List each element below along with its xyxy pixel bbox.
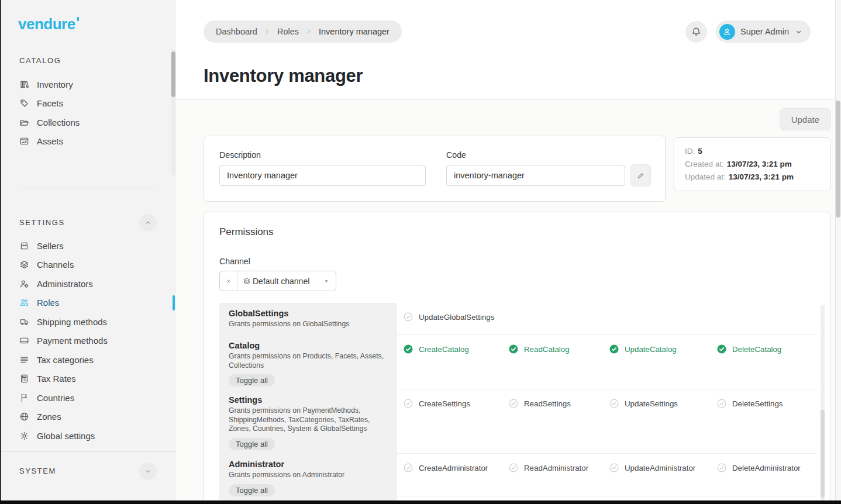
permission-label: ReadAdministrator: [524, 464, 588, 472]
facets-icon: [19, 98, 29, 108]
edit-code-button[interactable]: [630, 164, 651, 187]
created-at-row: Created at:13/07/23, 3:21 pm: [685, 158, 819, 171]
toggle-all-button[interactable]: Toggle all: [229, 484, 275, 496]
settings-collapse-button[interactable]: [139, 214, 157, 232]
permission-checkbox-readsettings[interactable]: ReadSettings: [508, 397, 609, 410]
description-input[interactable]: [219, 165, 426, 186]
inventory-icon: [19, 80, 29, 89]
permission-group-description: Grants permissions on Products, Facets, …: [229, 352, 388, 370]
permission-checkbox-updateglobalsettings[interactable]: UpdateGlobalSettings: [403, 310, 508, 323]
sidebar-item-label: Global settings: [37, 431, 95, 441]
tax-rates-icon: [19, 374, 29, 384]
sidebar-item-shipping-methods[interactable]: Shipping methods: [0, 312, 176, 332]
sidebar-item-label: Inventory: [37, 80, 73, 89]
check-circle-filled-icon: [716, 344, 727, 354]
permission-group-description: Grants permissions on Administrator: [229, 471, 388, 480]
channel-select[interactable]: Default channel: [219, 271, 336, 291]
sidebar-item-payment-methods[interactable]: Payment methods: [0, 332, 176, 351]
logo-mark: [77, 17, 79, 21]
notifications-button[interactable]: [685, 21, 707, 43]
sidebar-item-assets[interactable]: Assets: [0, 132, 176, 151]
permission-group-info: CatalogGrants permissions on Products, F…: [219, 335, 397, 389]
sidebar-item-administrators[interactable]: Administrators: [0, 274, 176, 294]
sidebar-section-system-header: SYSTEM: [0, 462, 176, 480]
sidebar-item-inventory[interactable]: Inventory: [0, 75, 176, 94]
sidebar-system-section: SYSTEM: [0, 451, 176, 504]
permission-label: CreateCatalog: [419, 345, 469, 354]
sidebar-scrollbar-thumb[interactable]: [171, 51, 175, 97]
permission-checkbox-readcatalog[interactable]: ReadCatalog: [508, 343, 609, 355]
permission-checkbox-updateadministrator[interactable]: UpdateAdministrator: [609, 461, 716, 474]
sidebar-item-facets[interactable]: Facets: [0, 94, 176, 113]
user-menu[interactable]: Super Admin: [716, 20, 811, 43]
permission-checkbox-deletecatalog[interactable]: DeleteCatalog: [716, 343, 816, 355]
check-circle-filled-icon: [403, 344, 413, 354]
sidebar-item-collections[interactable]: Collections: [0, 113, 176, 132]
permission-group-info: GlobalSettingsGrants permissions on Glob…: [219, 303, 397, 335]
sidebar-item-sellers[interactable]: Sellers: [0, 236, 176, 256]
catalog-nav: InventoryFacetsCollectionsAssets: [0, 75, 176, 151]
sidebar-item-global-settings[interactable]: Global settings: [0, 426, 176, 446]
permission-label: UpdateSettings: [625, 399, 678, 408]
breadcrumb-item-inventory-manager: Inventory manager: [319, 27, 390, 36]
permissions-scrollbar-thumb[interactable]: [821, 410, 825, 498]
breadcrumb-item-roles[interactable]: Roles: [277, 27, 299, 36]
code-group: Code: [446, 150, 651, 187]
permission-checkbox-readadministrator[interactable]: ReadAdministrator: [508, 461, 609, 474]
tax-categories-icon: [19, 355, 29, 365]
permission-label: UpdateGlobalSettings: [419, 313, 494, 322]
window-bottom-edge: [0, 500, 841, 504]
chevron-right-icon: [264, 28, 271, 35]
sidebar-item-roles[interactable]: Roles: [0, 294, 176, 313]
toggle-all-button[interactable]: Toggle all: [229, 438, 275, 450]
person-icon: [722, 27, 732, 36]
sidebar-item-label: Payment methods: [37, 336, 108, 346]
permission-label: UpdateCatalog: [625, 345, 677, 354]
sidebar-item-countries[interactable]: Countries: [0, 388, 176, 408]
sidebar-item-zones[interactable]: Zones: [0, 408, 176, 427]
permission-checkbox-createcatalog[interactable]: CreateCatalog: [403, 343, 508, 355]
permission-items: CreateCatalogReadCatalogUpdateCatalogDel…: [397, 335, 816, 389]
payment-icon: [19, 336, 29, 346]
updated-at-label: Updated at:: [685, 172, 726, 181]
permission-checkbox-deleteadministrator[interactable]: DeleteAdministrator: [716, 461, 816, 474]
brand-logo[interactable]: vendure: [18, 16, 176, 32]
permission-checkbox-deletesettings[interactable]: DeleteSettings: [716, 397, 816, 410]
update-button[interactable]: Update: [780, 108, 831, 130]
breadcrumb-item-dashboard[interactable]: Dashboard: [216, 27, 257, 36]
updated-at-value: 13/07/23, 3:21 pm: [729, 172, 794, 181]
bell-icon: [691, 26, 702, 37]
sidebar-item-label: Administrators: [37, 279, 93, 289]
check-circle-icon: [508, 398, 519, 409]
toggle-all-button[interactable]: Toggle all: [229, 374, 275, 386]
permission-checkbox-createsettings[interactable]: CreateSettings: [403, 397, 508, 410]
settings-nav: SellersChannelsAdministratorsRolesShippi…: [0, 236, 176, 446]
pencil-icon: [636, 171, 645, 180]
sidebar-item-channels[interactable]: Channels: [0, 256, 176, 275]
check-circle-icon: [403, 462, 413, 473]
system-collapse-button[interactable]: [139, 462, 157, 480]
countries-icon: [19, 393, 29, 403]
administrators-icon: [19, 279, 29, 289]
page-scrollbar-thumb[interactable]: [836, 101, 840, 218]
code-input[interactable]: [446, 165, 625, 186]
sidebar-item-label: Assets: [37, 136, 63, 146]
permission-group-row: GlobalSettingsGrants permissions on Glob…: [219, 303, 816, 335]
check-circle-icon: [609, 462, 619, 473]
caret-down-icon: [322, 277, 330, 285]
close-icon: [226, 278, 232, 284]
permission-checkbox-updatesettings[interactable]: UpdateSettings: [609, 397, 716, 410]
chevron-up-icon: [144, 219, 152, 227]
sidebar-item-label: Facets: [37, 98, 63, 108]
sidebar-item-tax-categories[interactable]: Tax categories: [0, 350, 176, 370]
page-scrollbar-track[interactable]: [835, 0, 841, 504]
permission-checkbox-createadministrator[interactable]: CreateAdministrator: [403, 461, 508, 474]
permissions-rows: GlobalSettingsGrants permissions on Glob…: [219, 303, 816, 496]
sidebar-item-tax-rates[interactable]: Tax Rates: [0, 370, 176, 389]
permission-checkbox-updatecatalog[interactable]: UpdateCatalog: [609, 343, 716, 355]
sidebar-section-catalog: CATALOG: [0, 56, 176, 65]
sidebar-item-label: Roles: [37, 298, 59, 308]
check-circle-icon: [403, 398, 413, 409]
remove-channel-button[interactable]: [220, 271, 237, 291]
check-circle-icon: [609, 398, 619, 409]
